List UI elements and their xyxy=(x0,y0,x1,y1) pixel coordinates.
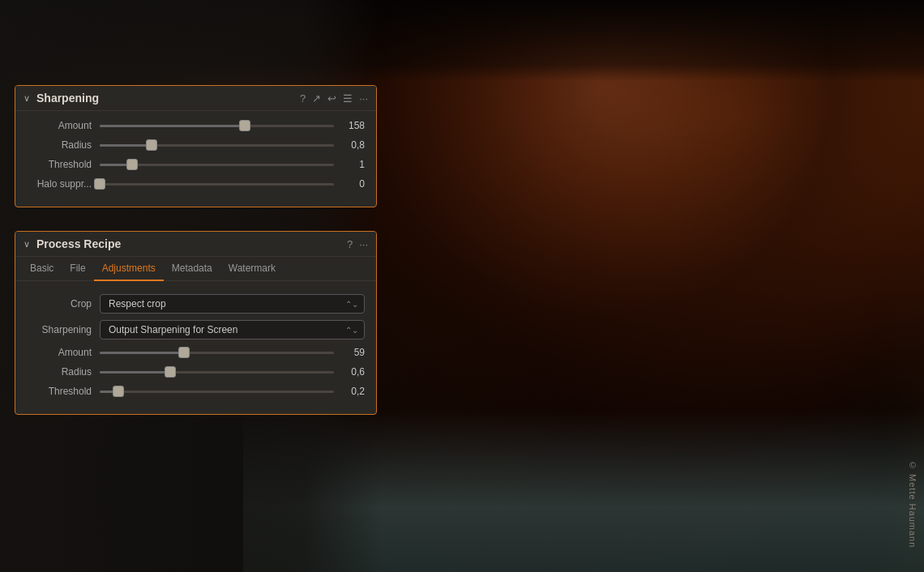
recipe-threshold-slider-wrap[interactable] xyxy=(100,385,334,398)
recipe-collapse-icon[interactable]: ∨ xyxy=(24,239,30,250)
recipe-panel-icons: ? ··· xyxy=(347,238,368,250)
sharpening-select-row: Sharpening Output Sharpening for Screen … xyxy=(27,320,365,339)
sharpening-more-icon[interactable]: ··· xyxy=(359,92,368,105)
sharpening-radius-track xyxy=(100,144,334,147)
recipe-radius-fill xyxy=(100,371,170,374)
sharpening-radius-value: 0,8 xyxy=(334,139,365,151)
recipe-radius-track xyxy=(100,371,334,374)
sharpening-menu-icon[interactable]: ☰ xyxy=(343,92,353,105)
sharpening-threshold-value: 1 xyxy=(334,159,365,170)
sharpening-radius-thumb[interactable] xyxy=(146,139,157,151)
watermark-text: © Mette Haumann xyxy=(908,460,918,548)
recipe-threshold-row: Threshold 0,2 xyxy=(27,385,365,398)
sharpening-collapse-icon[interactable]: ∨ xyxy=(24,93,30,104)
tab-file[interactable]: File xyxy=(62,257,93,281)
crop-label: Crop xyxy=(27,298,100,309)
recipe-tabs: Basic File Adjustments Metadata Watermar… xyxy=(15,257,376,281)
sharpening-help-icon[interactable]: ? xyxy=(300,92,306,105)
recipe-radius-row: Radius 0,6 xyxy=(27,365,365,378)
sharpening-select-wrapper[interactable]: Output Sharpening for Screen None Unshar… xyxy=(100,320,365,339)
sharpening-panel-body: Amount 158 Radius 0,8 Threshold xyxy=(15,111,376,207)
sharpening-panel: ∨ Sharpening ? ↗ ↩ ☰ ··· Amount 158 Radi… xyxy=(15,85,377,207)
crop-select[interactable]: Respect crop As shot None xyxy=(100,294,365,314)
sharpening-amount-thumb[interactable] xyxy=(239,120,250,131)
recipe-amount-value: 59 xyxy=(334,347,365,358)
sharpening-link-icon[interactable]: ↗ xyxy=(312,92,321,105)
sharpening-halo-thumb[interactable] xyxy=(94,178,105,190)
sharpening-halo-value: 0 xyxy=(334,178,365,190)
sharpening-halo-track xyxy=(100,183,334,186)
tab-basic[interactable]: Basic xyxy=(22,257,62,281)
recipe-amount-fill xyxy=(100,352,184,354)
recipe-radius-thumb[interactable] xyxy=(165,366,176,378)
recipe-panel-header: ∨ Process Recipe ? ··· xyxy=(15,232,376,257)
tab-metadata[interactable]: Metadata xyxy=(164,257,220,281)
sharpening-select[interactable]: Output Sharpening for Screen None Unshar… xyxy=(100,320,365,339)
sharpening-radius-fill xyxy=(100,144,152,147)
sharpening-reset-icon[interactable]: ↩ xyxy=(327,92,336,105)
sharpening-radius-label: Radius xyxy=(27,139,100,151)
recipe-amount-row: Amount 59 xyxy=(27,346,365,359)
recipe-threshold-thumb[interactable] xyxy=(113,386,124,397)
sharpening-radius-slider-wrap[interactable] xyxy=(100,139,334,152)
recipe-radius-slider-wrap[interactable] xyxy=(100,365,334,378)
sharpening-panel-title: Sharpening xyxy=(36,92,300,105)
recipe-panel-body: Crop Respect crop As shot None ⌃⌄ Sharpe… xyxy=(15,281,376,414)
recipe-amount-label: Amount xyxy=(27,347,100,358)
recipe-panel-title: Process Recipe xyxy=(36,237,347,250)
recipe-radius-value: 0,6 xyxy=(334,366,365,378)
recipe-threshold-value: 0,2 xyxy=(334,386,365,397)
recipe-amount-track xyxy=(100,352,334,354)
sharpening-radius-row: Radius 0,8 xyxy=(27,139,365,152)
sharpening-panel-header: ∨ Sharpening ? ↗ ↩ ☰ ··· xyxy=(15,86,376,111)
recipe-amount-thumb[interactable] xyxy=(178,347,190,358)
sharpening-amount-slider-wrap[interactable] xyxy=(100,119,334,132)
sharpening-threshold-track xyxy=(100,164,334,166)
sharpening-halo-row: Halo suppr... 0 xyxy=(27,177,365,190)
crop-row: Crop Respect crop As shot None ⌃⌄ xyxy=(27,294,365,314)
sharpening-halo-slider-wrap[interactable] xyxy=(100,177,334,190)
recipe-help-icon[interactable]: ? xyxy=(347,238,353,250)
tab-watermark[interactable]: Watermark xyxy=(220,257,284,281)
sharpening-amount-fill xyxy=(100,125,245,127)
recipe-threshold-track xyxy=(100,391,334,393)
sharpening-threshold-thumb[interactable] xyxy=(126,159,138,170)
sharpening-threshold-slider-wrap[interactable] xyxy=(100,158,334,171)
recipe-amount-slider-wrap[interactable] xyxy=(100,346,334,359)
sharpening-amount-row: Amount 158 xyxy=(27,119,365,132)
sharpening-select-label: Sharpening xyxy=(27,324,100,335)
sharpening-threshold-row: Threshold 1 xyxy=(27,158,365,171)
sharpening-amount-value: 158 xyxy=(334,120,365,131)
recipe-panel: ∨ Process Recipe ? ··· Basic File Adjust… xyxy=(15,231,377,415)
sharpening-panel-icons: ? ↗ ↩ ☰ ··· xyxy=(300,92,368,105)
sharpening-threshold-label: Threshold xyxy=(27,159,100,170)
tab-adjustments[interactable]: Adjustments xyxy=(94,257,164,281)
sharpening-amount-track xyxy=(100,125,334,127)
sharpening-amount-label: Amount xyxy=(27,120,100,131)
recipe-threshold-label: Threshold xyxy=(27,386,100,397)
recipe-radius-label: Radius xyxy=(27,366,100,378)
sharpening-halo-label: Halo suppr... xyxy=(27,178,100,190)
recipe-more-icon[interactable]: ··· xyxy=(359,238,368,250)
crop-select-wrapper[interactable]: Respect crop As shot None ⌃⌄ xyxy=(100,294,365,314)
